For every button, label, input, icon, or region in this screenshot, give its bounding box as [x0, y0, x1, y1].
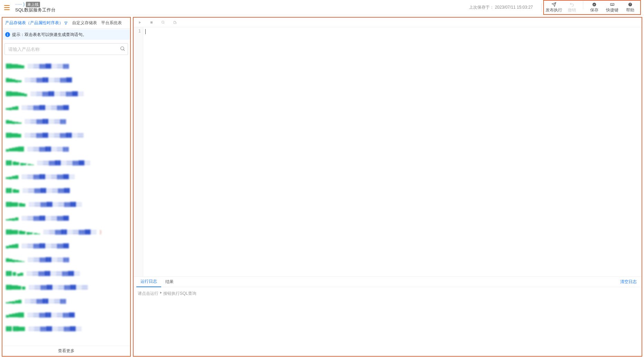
table-row[interactable]: ▆▅▄▃▂▁░░▒▒▓▓██░░▒▒▓▓: [2, 253, 130, 266]
search-wrap: [4, 43, 128, 55]
table-row[interactable]: ▃▄▅▆░░▒▒▓▓██░░▒▒▓▓██: [2, 101, 130, 114]
table-row[interactable]: ██▇▇▆▅▄░░▒▒▓▓██░░▒▒▓▓██░░: [2, 87, 130, 101]
editor-toolbar: [133, 17, 642, 27]
svg-rect-5: [150, 21, 153, 24]
results-tabs: 运行日志 结果 清空日志: [134, 277, 642, 287]
sidebar: 产品存储表 （产品属性时序表） 自定义存储表 平台系统表 i 提示：双击表名可以…: [2, 17, 130, 356]
code-area[interactable]: [143, 27, 642, 276]
save-button[interactable]: 保存: [585, 1, 603, 14]
table-row[interactable]: ▇▆▅▄▃░░▒▒▓▓██░░▒▒▓▓██: [2, 73, 130, 87]
table-row[interactable]: ██·██▇▇░░▒▒▓▓██░░▒▒▓▓██░░: [2, 322, 130, 336]
header-divider-2: [583, 1, 583, 9]
table-row[interactable]: ▃▄▅▆░░▒▒▓▓██░░▒▒▓▓██░░: [2, 170, 130, 184]
help-label: 帮助: [626, 7, 634, 13]
table-row[interactable]: ██▇▇▆·▅░░▒▒▓▓██░░▒▒▓▓██░░▒▒: [2, 280, 130, 294]
search-icon[interactable]: [120, 46, 125, 53]
editor-gutter: 1: [134, 27, 143, 276]
title-block: ······ ) 未上线 SQL数据服务工作台: [15, 2, 56, 13]
tab-run-log-label: 运行日志: [140, 279, 157, 284]
menu-toggle-button[interactable]: [2, 3, 12, 12]
publish-button[interactable]: 发布执行: [545, 1, 563, 14]
tab-result-label: 结果: [165, 279, 174, 285]
clear-button[interactable]: [173, 20, 177, 25]
table-row[interactable]: ▄▅▆▇░░▒▒▓▓██░░▒▒▓▓██: [2, 239, 130, 253]
undo-icon: [569, 2, 574, 7]
check-circle-icon: [592, 2, 597, 7]
shortcut-label: 快捷键: [606, 7, 618, 13]
line-number: 1: [134, 29, 141, 34]
svg-rect-1: [611, 3, 614, 6]
page-subtitle: SQL数据服务工作台: [15, 7, 56, 13]
clear-log-label: 清空日志: [620, 279, 637, 284]
svg-text:?: ?: [630, 3, 631, 6]
run-button[interactable]: [138, 20, 142, 25]
table-row[interactable]: ▄▅▆▇██░░▒▒▓▓██░░▒▒▓▓██: [2, 308, 130, 322]
tab-platform-tables[interactable]: 平台系统表: [99, 18, 124, 29]
save-label: 保存: [590, 7, 598, 13]
load-more-button[interactable]: 查看更多: [2, 346, 130, 356]
table-row[interactable]: ▂▃▄▅░░▒▒▓▓██░░▒▒▓▓██: [2, 211, 130, 225]
table-row[interactable]: ▄▅▆▇██░░▒▒▓▓██░░▒▒▓▓: [2, 142, 130, 156]
results-body: 请点击运行 按钮执行SQL查询: [134, 287, 642, 356]
revoke-label: 撤销: [568, 7, 576, 13]
sql-editor[interactable]: 1: [133, 27, 642, 277]
title-prefix: ······ ): [15, 2, 25, 7]
main-panel: 1 运行日志 结果 清空日志 请点击运行: [133, 17, 642, 356]
shortcut-button[interactable]: 快捷键: [603, 1, 621, 14]
revoke-button[interactable]: 撤销: [563, 1, 581, 14]
filter-icon[interactable]: [64, 21, 68, 25]
info-icon: i: [5, 32, 10, 37]
play-icon: [159, 291, 163, 295]
header-actions: 发布执行 撤销 保存 快捷键 ? 帮助: [544, 0, 641, 15]
tab-run-log[interactable]: 运行日志: [136, 277, 161, 287]
keyboard-icon: [610, 2, 615, 7]
search-input[interactable]: [4, 43, 128, 55]
last-saved-label: 上次保存于：: [469, 5, 494, 10]
tab-custom-tables[interactable]: 自定义存储表: [70, 18, 99, 29]
table-row[interactable]: ▆▅▄▃▂░░▒▒▓▓██░░▒▒▓▓: [2, 114, 130, 128]
publish-label: 发布执行: [546, 7, 562, 13]
tab-custom-label: 自定义存储表: [72, 20, 97, 26]
tab-platform-label: 平台系统表: [101, 20, 122, 26]
sidebar-tabs: 产品存储表 （产品属性时序表） 自定义存储表 平台系统表: [2, 18, 130, 29]
header-divider: [541, 3, 541, 12]
table-row[interactable]: ▂▃▄▅▆░░▒▒▓▓██░░▒▒▓▓: [2, 294, 130, 308]
load-more-label: 查看更多: [58, 348, 75, 354]
table-row[interactable]: ██▇▇·▆▅░░▒▒▓▓██░░▒▒▓▓██░░: [2, 197, 130, 211]
clear-log-button[interactable]: 清空日志: [618, 279, 639, 285]
placeholder-pre: 请点击运行: [138, 291, 158, 297]
svg-point-0: [593, 3, 596, 7]
stop-button[interactable]: [149, 20, 154, 25]
hint-text: 提示：双击表名可以快速生成查询语句。: [12, 32, 87, 38]
header-bar: ······ ) 未上线 SQL数据服务工作台 上次保存于： 2023/07/1…: [0, 0, 644, 15]
status-badge: 未上线: [26, 2, 40, 7]
results-panel: 运行日志 结果 清空日志 请点击运行 按钮执行SQL查询: [133, 277, 642, 356]
table-row[interactable]: ██·▆·▄▅░░▒▒▓▓██░░▒▒▓▓██░░: [2, 266, 130, 280]
tab-product-paren: （产品属性时序表）: [26, 20, 63, 26]
table-row[interactable]: ██·▆▅░░▒▒▓▓██░░▒▒▓▓██: [2, 184, 130, 197]
tab-result[interactable]: 结果: [161, 277, 178, 287]
table-row[interactable]: ██▇▇▆░░▒▒▓▓██░░▒▒▓▓██░░▒▒: [2, 128, 130, 142]
format-button[interactable]: [161, 20, 165, 25]
last-saved-time: 2023/07/11 15:03:27: [495, 5, 533, 10]
table-row[interactable]: ██▇▇▆▅░░▒▒▓▓██░░▒▒▓▓: [2, 59, 130, 73]
table-row[interactable]: ██▇▇·▆▅·▄▃·▂▁░░▒▒▓▓██░░▒▒▓▓██░░}: [2, 225, 130, 239]
tab-product-label: 产品存储表: [5, 20, 26, 26]
table-list[interactable]: ██▇▇▆▅░░▒▒▓▓██░░▒▒▓▓▇▆▅▄▃░░▒▒▓▓██░░▒▒▓▓█…: [2, 59, 130, 346]
svg-point-4: [121, 47, 124, 50]
help-circle-icon: ?: [628, 2, 633, 7]
paper-plane-icon: [552, 2, 556, 7]
caret-icon: [145, 29, 146, 34]
last-saved: 上次保存于： 2023/07/11 15:03:27: [469, 4, 533, 10]
hint-bar: i 提示：双击表名可以快速生成查询语句。: [2, 29, 130, 40]
placeholder-post: 按钮执行SQL查询: [163, 291, 196, 297]
table-row[interactable]: ██·▆▅·▄▃·▂▁░░▒▒▓▓██░░▒▒▓▓██░░: [2, 156, 130, 170]
tab-product-tables[interactable]: 产品存储表 （产品属性时序表）: [3, 18, 70, 29]
help-button[interactable]: ? 帮助: [621, 1, 639, 14]
